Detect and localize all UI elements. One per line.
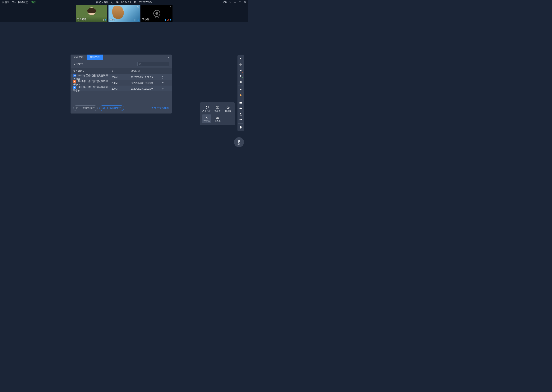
tab-local-files[interactable]: 本地文件	[87, 55, 103, 60]
svg-point-6	[102, 20, 103, 20]
hourglass-icon	[205, 115, 208, 119]
elapsed: 已上课：02:34:09	[111, 0, 131, 4]
participant-tile[interactable]: ✕ Nina	[109, 5, 140, 22]
column-size[interactable]: 大小	[112, 70, 131, 73]
chat-icon[interactable]	[238, 117, 244, 123]
minimize-icon[interactable]	[233, 1, 237, 4]
camera-on-icon	[134, 19, 137, 21]
table-row[interactable]: ▲2019年工作汇报情况查询等等.jpg 200M 2020/06/23 12:…	[71, 85, 172, 91]
tool-screen-share[interactable]: 屏幕共享	[202, 104, 211, 113]
room-title: 神秘大自然	[96, 0, 109, 4]
packet-loss: 丢包率：0%	[2, 0, 15, 4]
room-id: ID：2020070324	[134, 0, 152, 4]
file-dialog: 云盘文件 本地文件 ✕ 全部文件 文件名称 大小 修改时间 W2019年工作汇报…	[71, 55, 172, 113]
folder-icon[interactable]	[238, 100, 244, 105]
svg-text:T: T	[240, 75, 241, 77]
upload-normal-button[interactable]: 上传普通课件	[73, 105, 98, 111]
participant-tile[interactable]: 叮当老师	[76, 5, 107, 22]
toolbox-icon[interactable]	[238, 105, 244, 111]
close-icon[interactable]: ✕	[169, 5, 172, 8]
tools-popover: 屏幕共享 AB✓ 答题器 抢答器 计时器 2+3 小黑板	[200, 102, 235, 125]
answer-icon: AB✓	[215, 105, 219, 109]
file-help-link[interactable]: 文件支持类型	[151, 106, 169, 110]
search-icon	[139, 63, 142, 65]
svg-rect-33	[240, 108, 242, 109]
raise-hand-badge[interactable]: 0/2	[234, 137, 244, 147]
table-row[interactable]: P2019年工作汇报情况查询等等.ppt 200M 2020/06/23 12:…	[71, 80, 172, 85]
file-icon	[76, 107, 79, 110]
gear-icon[interactable]	[228, 1, 232, 4]
tab-cloud-files[interactable]: 云盘文件	[71, 55, 87, 60]
svg-point-36	[240, 119, 241, 120]
close-icon[interactable]	[243, 1, 247, 4]
mic-on-icon	[105, 19, 106, 21]
move-tool-icon[interactable]	[238, 62, 244, 68]
mic-on-icon	[170, 19, 172, 21]
webcam-icon	[153, 10, 160, 17]
svg-point-32	[240, 94, 241, 96]
scissors-tool-icon[interactable]	[238, 79, 244, 85]
camera-on-icon	[102, 19, 104, 21]
signal-bars-icon	[165, 19, 166, 21]
tool-responder[interactable]: 抢答器	[224, 104, 233, 113]
svg-rect-7	[105, 19, 106, 20]
right-toolbar: T	[238, 55, 244, 131]
search-input[interactable]	[138, 62, 169, 66]
svg-point-34	[240, 113, 241, 114]
svg-text:2+3: 2+3	[216, 117, 219, 118]
svg-line-15	[141, 64, 141, 65]
text-tool-icon[interactable]: T	[238, 73, 244, 79]
svg-rect-13	[170, 19, 171, 20]
svg-point-35	[240, 119, 240, 120]
delete-icon[interactable]	[161, 82, 169, 84]
pointer-tool-icon[interactable]	[238, 56, 244, 62]
svg-point-31	[240, 82, 240, 83]
mic-on-icon	[137, 19, 139, 21]
tool-timer[interactable]: 计时器	[202, 114, 211, 123]
tool-answer-machine[interactable]: AB✓ 答题器	[213, 104, 222, 113]
image-icon: ▲	[73, 86, 76, 89]
alarm-icon	[226, 105, 230, 109]
eraser-tool-icon[interactable]	[238, 86, 244, 92]
play-icon	[102, 107, 105, 110]
file-table-header: 文件名称 大小 修改时间	[71, 68, 172, 74]
svg-point-37	[241, 119, 241, 120]
color-dot-icon[interactable]	[238, 92, 244, 98]
board-icon: 2+3	[215, 115, 219, 119]
info-icon	[151, 107, 153, 110]
close-icon[interactable]: ✕	[167, 55, 169, 60]
raise-hand-count: 0/2	[238, 143, 240, 145]
fullscreen-icon[interactable]	[239, 1, 241, 4]
table-row[interactable]: W2019年工作汇报情况查询等等.doc 200M 2020/06/23 12:…	[71, 74, 172, 80]
svg-rect-0	[224, 1, 225, 3]
network-status: 网络状态：良好	[18, 0, 36, 4]
close-icon[interactable]: ✕	[137, 5, 139, 8]
svg-text:A: A	[216, 106, 217, 107]
user-icon[interactable]	[238, 111, 244, 117]
video-participants-strip: 叮当老师 ✕ Nina ✕ 王小明	[0, 4, 248, 22]
svg-point-9	[135, 20, 136, 20]
svg-point-14	[139, 63, 141, 65]
hand-icon	[237, 139, 241, 143]
bell-icon[interactable]	[238, 124, 244, 130]
doc-icon: W	[73, 74, 76, 77]
breadcrumb[interactable]: 全部文件	[73, 63, 83, 66]
share-screen-icon	[204, 105, 209, 109]
camera-toggle-icon[interactable]	[224, 1, 226, 4]
participant-tile[interactable]: ✕ 王小明	[141, 5, 173, 22]
pen-tool-icon[interactable]	[238, 68, 244, 73]
participant-name: Nina	[110, 18, 114, 21]
column-name[interactable]: 文件名称	[73, 70, 112, 73]
status-bar: 丢包率：0% 网络状态：良好 神秘大自然 已上课：02:34:09 ID：202…	[0, 0, 248, 4]
ppt-icon: P	[73, 80, 76, 83]
svg-text:B✓: B✓	[218, 106, 219, 107]
delete-icon[interactable]	[161, 88, 169, 90]
svg-rect-10	[138, 19, 138, 20]
column-mtime[interactable]: 修改时间	[131, 70, 161, 73]
file-table-body: W2019年工作汇报情况查询等等.doc 200M 2020/06/23 12:…	[71, 74, 172, 91]
delete-icon[interactable]	[161, 76, 169, 79]
upload-dynamic-button[interactable]: 上传动效文件	[100, 105, 124, 111]
participant-name: 王小明	[142, 18, 149, 21]
participant-name: 叮当老师	[77, 18, 86, 21]
tool-mini-board[interactable]: 2+3 小黑板	[213, 114, 222, 123]
